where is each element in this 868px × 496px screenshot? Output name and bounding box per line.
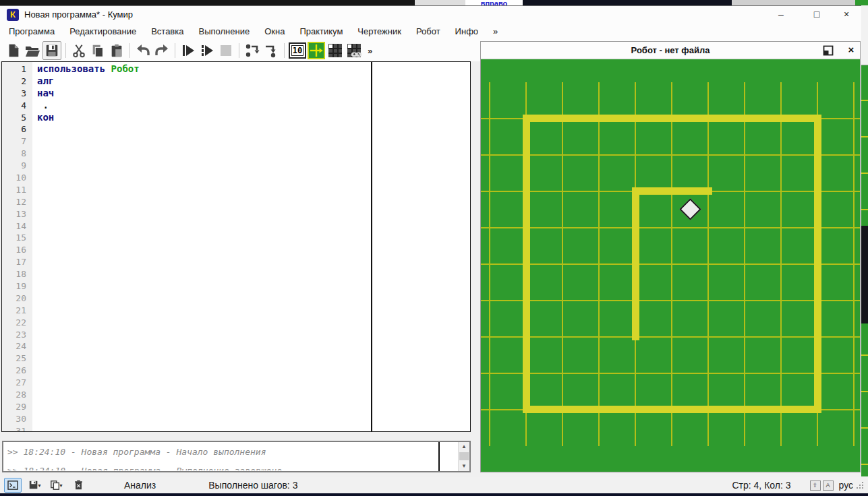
grid-icon bbox=[327, 42, 343, 59]
terminal-icon bbox=[7, 480, 18, 490]
trash-icon bbox=[74, 480, 84, 491]
grid-hline bbox=[481, 336, 860, 338]
menu-okna[interactable]: Окна bbox=[257, 24, 292, 40]
robot-diamond[interactable] bbox=[679, 198, 701, 220]
line-number: 21 bbox=[2, 305, 32, 317]
close-button[interactable]: × bbox=[836, 6, 857, 24]
show-values-button[interactable]: 10 bbox=[289, 42, 306, 59]
open-file-button[interactable] bbox=[24, 42, 41, 59]
menu-chertezhnik[interactable]: Чертежник bbox=[350, 24, 409, 40]
menu-programma[interactable]: Программа bbox=[1, 24, 62, 40]
run-step-button[interactable] bbox=[198, 42, 216, 59]
toolbar-separator bbox=[239, 43, 239, 58]
step-into-button[interactable] bbox=[262, 42, 280, 59]
wall-segment bbox=[523, 115, 530, 413]
paste-button[interactable] bbox=[108, 42, 125, 59]
bg-seg-text: вправо bbox=[465, 0, 523, 5]
code-editor[interactable]: 1234567891011121314151617181920212223242… bbox=[1, 61, 471, 432]
wall-segment bbox=[814, 115, 821, 413]
toolbar-separator bbox=[65, 43, 66, 58]
line-number: 26 bbox=[2, 365, 32, 377]
code-token: кон bbox=[37, 112, 54, 123]
line-number: 9 bbox=[2, 160, 32, 172]
editor-code-area[interactable]: использовать Роботалгнач .кон bbox=[37, 62, 370, 431]
new-file-button[interactable] bbox=[5, 42, 22, 59]
copy-button[interactable] bbox=[89, 42, 107, 59]
menu-praktikum[interactable]: Практикум bbox=[292, 24, 350, 40]
robot-close-icon[interactable]: × bbox=[845, 42, 857, 59]
game-controller-button[interactable] bbox=[345, 42, 363, 59]
cut-scissors-icon bbox=[71, 43, 86, 58]
code-line[interactable]: использовать Робот bbox=[37, 63, 140, 75]
step-over-button[interactable] bbox=[243, 42, 261, 59]
line-number: 23 bbox=[2, 329, 32, 341]
menu-vstavka[interactable]: Вставка bbox=[144, 24, 191, 40]
grid-hline bbox=[481, 154, 860, 156]
redo-button[interactable] bbox=[153, 42, 171, 59]
values-10-icon: 10 bbox=[291, 45, 303, 56]
run-step-icon bbox=[199, 42, 215, 59]
save-button[interactable] bbox=[42, 41, 61, 60]
code-line[interactable]: нач bbox=[37, 88, 54, 100]
line-number: 17 bbox=[2, 256, 32, 268]
drawing-grid-button[interactable] bbox=[326, 42, 344, 59]
minimize-button[interactable]: – bbox=[771, 6, 791, 24]
clear-log-button[interactable] bbox=[70, 478, 86, 492]
maximize-button[interactable]: □ bbox=[807, 6, 827, 24]
stop-button[interactable] bbox=[217, 42, 235, 59]
status-mode-label: Анализ bbox=[124, 480, 156, 491]
status-steps-label: Выполнено шагов: 3 bbox=[208, 480, 297, 491]
gamepad-icon bbox=[346, 42, 362, 59]
run-button[interactable] bbox=[179, 42, 197, 59]
undock-icon[interactable] bbox=[822, 44, 834, 57]
stop-icon bbox=[218, 42, 234, 59]
cut-button[interactable] bbox=[70, 42, 88, 59]
code-line[interactable]: . bbox=[37, 100, 49, 112]
scroll-up-button[interactable]: ▲ bbox=[459, 442, 469, 452]
line-number: 15 bbox=[2, 232, 32, 244]
line-number: 28 bbox=[2, 389, 32, 401]
toolbar-overflow-chevron[interactable]: » bbox=[368, 46, 372, 56]
robot-field[interactable] bbox=[481, 59, 860, 472]
bg-seg-dark bbox=[0, 0, 415, 5]
menu-overflow[interactable]: » bbox=[486, 24, 505, 40]
caps-indicator-icon: ⇧ bbox=[810, 480, 821, 491]
grid-hline bbox=[481, 300, 860, 301]
line-number: 8 bbox=[2, 148, 32, 160]
scroll-down-button[interactable]: ▼ bbox=[459, 462, 469, 471]
step-over-icon bbox=[244, 42, 260, 59]
scrollbar-thumb[interactable] bbox=[459, 452, 469, 460]
menu-redaktirovanie[interactable]: Редактирование bbox=[62, 24, 144, 40]
code-token: использовать bbox=[37, 63, 111, 74]
code-token: алг bbox=[37, 75, 54, 86]
line-number: 31 bbox=[2, 425, 32, 431]
bg-seg-green bbox=[855, 0, 868, 5]
undo-icon bbox=[135, 42, 151, 59]
menu-info[interactable]: Инфо bbox=[448, 24, 486, 40]
console-split-line bbox=[438, 442, 440, 471]
code-line[interactable]: алг bbox=[37, 75, 54, 88]
kumir-logo-icon: К bbox=[7, 9, 19, 21]
line-number: 3 bbox=[2, 88, 32, 100]
line-number: 7 bbox=[2, 135, 32, 148]
resize-grip[interactable] bbox=[856, 481, 864, 489]
bg-seg-light bbox=[415, 0, 465, 5]
copy-log-button[interactable]: ▼ bbox=[49, 478, 65, 492]
line-number: 4 bbox=[2, 100, 32, 112]
robot-field-axes-icon bbox=[310, 44, 323, 57]
save-log-button[interactable]: ▼ bbox=[27, 478, 43, 492]
code-line[interactable]: кон bbox=[37, 112, 54, 124]
keyboard-layout-label[interactable]: рус bbox=[839, 480, 853, 491]
menu-vypolnenie[interactable]: Выполнение bbox=[191, 24, 257, 40]
line-number: 22 bbox=[2, 317, 32, 329]
robot-field-toggle-button[interactable] bbox=[308, 42, 325, 59]
menu-robot[interactable]: Робот bbox=[409, 24, 448, 40]
code-token: нач bbox=[37, 88, 54, 98]
undo-button[interactable] bbox=[134, 42, 152, 59]
window-title: Новая программа* - Кумир bbox=[24, 6, 133, 24]
background-window-right-strip bbox=[861, 5, 868, 476]
console-scrollbar[interactable]: ▲ ▼ bbox=[458, 442, 469, 471]
console-toggle-button[interactable] bbox=[4, 478, 22, 493]
code-token: . bbox=[37, 100, 49, 111]
background-text-fragment: вправо bbox=[465, 0, 523, 5]
